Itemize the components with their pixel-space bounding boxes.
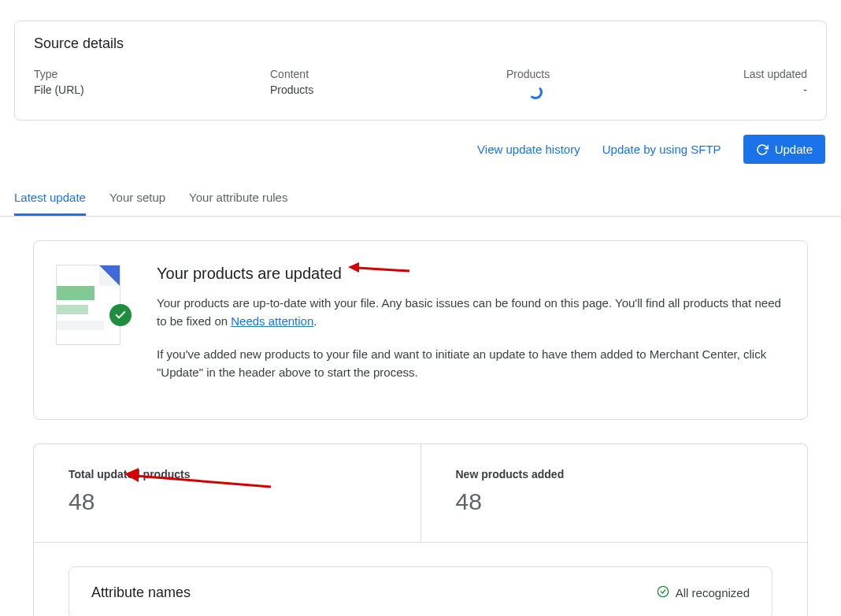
attribute-status: All recognized <box>657 585 750 600</box>
refresh-icon <box>756 143 769 156</box>
stat-total-updated: Total updated products 48 <box>34 444 420 542</box>
status-paragraph-1: Your products are up-to-date with your f… <box>157 294 785 331</box>
stat-new-value: 48 <box>456 488 776 515</box>
loading-spinner-icon <box>528 85 543 99</box>
update-sftp-link[interactable]: Update by using SFTP <box>602 143 721 156</box>
status-p1-after: . <box>313 314 317 328</box>
svg-point-0 <box>658 586 668 596</box>
attribute-status-text: All recognized <box>676 586 750 599</box>
status-title: Your products are updated <box>157 265 785 283</box>
needs-attention-link[interactable]: Needs attention <box>231 314 313 328</box>
source-content-label: Content <box>270 68 506 80</box>
tab-attribute-rules[interactable]: Your attribute rules <box>189 191 287 216</box>
check-circle-icon <box>657 585 669 600</box>
source-type-value: File (URL) <box>34 83 270 96</box>
status-illustration <box>56 265 127 395</box>
source-updated-value: - <box>743 83 807 96</box>
source-content-value: Products <box>270 83 506 96</box>
update-button-label: Update <box>775 143 813 156</box>
tab-your-setup[interactable]: Your setup <box>109 191 165 216</box>
success-check-icon <box>109 304 132 326</box>
source-details-grid: Type File (URL) Content Products Product… <box>34 68 807 102</box>
update-button[interactable]: Update <box>743 135 825 164</box>
status-paragraph-2: If you've added new products to your fil… <box>157 345 785 382</box>
attribute-names-title: Attribute names <box>91 584 191 601</box>
stat-new-added: New products added 48 <box>420 444 808 542</box>
stats-row: Total updated products 48 New products a… <box>33 443 808 542</box>
tabs: Latest update Your setup Your attribute … <box>0 191 841 217</box>
actions-row: View update history Update by using SFTP… <box>0 135 825 164</box>
stat-total-value: 48 <box>69 488 389 515</box>
status-card: Your products are updated Your products … <box>33 240 808 420</box>
stat-total-label: Total updated products <box>69 468 389 481</box>
attributes-section: Attribute names All recognized <box>33 542 808 616</box>
stat-new-label: New products added <box>456 468 776 481</box>
document-icon <box>56 265 120 345</box>
source-updated-label: Last updated <box>743 68 807 80</box>
source-details-title: Source details <box>34 35 807 52</box>
attribute-names-card: Attribute names All recognized <box>69 566 772 616</box>
view-history-link[interactable]: View update history <box>477 143 580 156</box>
source-products-label: Products <box>506 68 743 80</box>
source-details-card: Source details Type File (URL) Content P… <box>14 20 827 121</box>
tab-latest-update[interactable]: Latest update <box>14 191 86 216</box>
source-type-label: Type <box>34 68 270 80</box>
